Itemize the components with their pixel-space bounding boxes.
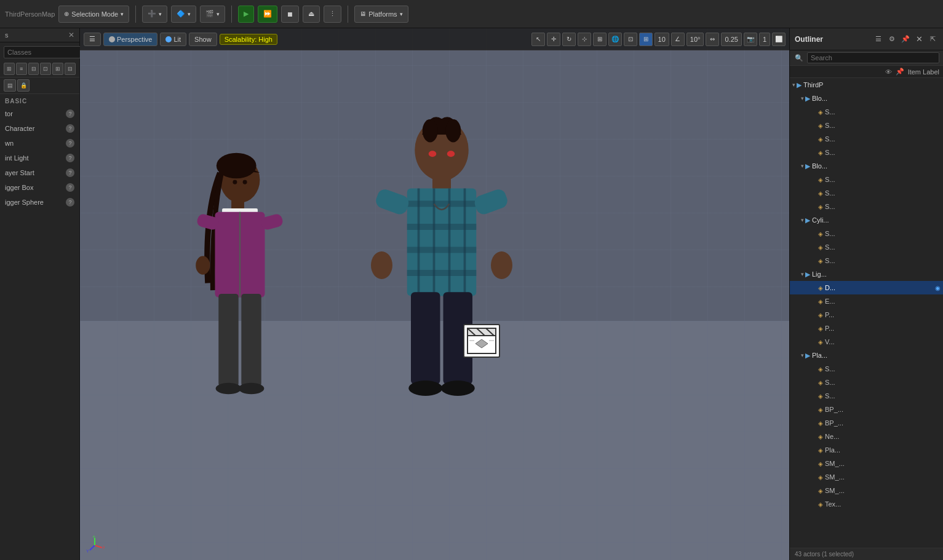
panel-close-btn[interactable]: ✕ [68,31,74,39]
tree-item[interactable]: ◈S... [790,186,943,200]
left-item-trigger-sphere[interactable]: igger Sphere ? [0,195,79,210]
left-item-player-start[interactable]: ayer Start ? [0,165,79,180]
tree-item[interactable]: ◈S... [790,254,943,267]
expand-icon-btn[interactable]: ⊞ [52,63,63,75]
world-tool-btn[interactable]: 🌐 [608,33,622,46]
outliner-lock-btn[interactable]: 📌 [900,34,911,45]
tree-item[interactable]: ◈Ne... [790,430,943,443]
collapse-icon-btn[interactable]: ⊟ [65,63,76,75]
move-tool-btn[interactable]: ✛ [547,33,560,46]
tree-item[interactable]: ◈S... [790,376,943,389]
visibility-col-icon[interactable]: 👁 [885,68,892,76]
camera-icon-btn[interactable]: 📷 [744,33,757,46]
surface-tool-btn[interactable]: ⊡ [624,33,637,46]
lock-icon-btn[interactable]: 🔒 [17,79,30,92]
tree-item[interactable]: ▾▶Blo... [790,159,943,173]
outliner-settings-btn[interactable]: ⚙ [886,34,897,45]
angle-value-btn[interactable]: 10° [686,33,704,46]
tree-item[interactable]: ◈S... [790,173,943,186]
trigger-sphere-info-btn[interactable]: ? [66,198,74,207]
tree-item[interactable]: ◈BP_... [790,416,943,430]
left-item-character[interactable]: Character ? [0,121,79,136]
tree-item[interactable]: ▾▶Pla... [790,349,943,362]
tree-item[interactable]: ▾▶Blo... [790,92,943,105]
tree-item-label: Blo... [812,162,941,170]
grid-icon-btn[interactable]: ⊟ [28,63,39,75]
tree-item[interactable]: ◈S... [790,132,943,146]
tree-item[interactable]: ◈S... [790,146,943,159]
tree-item[interactable]: ◈P... [790,308,943,321]
outliner-expand-btn[interactable]: ⇱ [927,34,938,45]
outliner-close-btn[interactable]: ✕ [913,34,925,45]
point-light-info-btn[interactable]: ? [66,154,74,162]
add-btn[interactable]: ➕▾ [142,6,167,23]
show-btn[interactable]: Show [189,33,217,46]
max-btn[interactable]: ⬜ [772,33,786,46]
tree-item[interactable]: ▾▶ThirdP [790,78,943,92]
play-btn[interactable]: ▶ [238,6,254,23]
eject-btn[interactable]: ⏏ [303,6,320,23]
pawn-info-btn[interactable]: ? [66,139,74,148]
tree-item[interactable]: ◈S... [790,200,943,213]
tree-item[interactable]: ▾▶Cyli... [790,213,943,227]
scale-tool-btn[interactable]: ⊹ [578,33,591,46]
grid-value-btn[interactable]: 10 [655,33,669,46]
grid-tool-btn[interactable]: ⊞ [639,33,653,46]
tree-item[interactable]: ◈S... [790,119,943,132]
tree-item[interactable]: ◈E... [790,294,943,308]
tree-expand-icon: ▾ [801,352,804,358]
detail-icon-btn[interactable]: ⊡ [40,63,51,75]
more-btn[interactable]: ⋮ [324,6,341,23]
scale-icon-btn[interactable]: ⇔ [706,33,719,46]
lit-btn[interactable]: Lit [160,33,186,46]
left-item-actor[interactable]: tor ? [0,106,79,121]
tree-item[interactable]: ◈SM_... [790,484,943,497]
select-tool-btn[interactable]: ↖ [531,33,545,46]
tree-item[interactable]: ◈SM_... [790,457,943,470]
player-start-info-btn[interactable]: ? [66,168,74,177]
left-item-point-light[interactable]: int Light ? [0,151,79,165]
pause-btn[interactable]: ⏩ [258,6,277,23]
mesh-icon: ◈ [818,433,823,440]
camera-value-btn[interactable]: 1 [759,33,770,46]
perspective-btn[interactable]: Perspective [103,33,157,46]
rotate-tool-btn[interactable]: ↻ [562,33,576,46]
left-item-pawn[interactable]: wn ? [0,136,79,151]
platforms-btn[interactable]: 🖥 Platforms ▾ [354,6,408,23]
selection-mode-btn[interactable]: ⊕ Selection Mode ▾ [58,6,129,23]
tree-item[interactable]: ◈S... [790,105,943,119]
tree-item[interactable]: ◈Tex... [790,497,943,511]
bp-btn[interactable]: 🔷▾ [171,6,196,23]
tree-item[interactable]: ◈S... [790,227,943,240]
stop-btn[interactable]: ⏹ [281,6,299,23]
transform-tool-btn[interactable]: ⊞ [593,33,607,46]
tree-item[interactable]: ◈BP_... [790,403,943,416]
tree-item[interactable]: ◈Pla... [790,443,943,457]
classes-search-input[interactable] [4,46,83,58]
character-info-btn[interactable]: ? [66,124,74,133]
tree-item[interactable]: ◈D...◉ [790,281,943,294]
view-icon-btn[interactable]: ▤ [4,79,16,92]
sequence-btn[interactable]: 🎬▾ [200,6,225,23]
tree-item[interactable]: ◈S... [790,240,943,254]
tree-item[interactable]: ▾▶Lig... [790,267,943,281]
lock-col-icon[interactable]: 📌 [896,68,904,76]
list-icon-btn[interactable]: ≡ [16,63,27,75]
trigger-box-info-btn[interactable]: ? [66,183,74,192]
outliner-search-input[interactable] [807,52,939,63]
tree-item[interactable]: ◈S... [790,362,943,376]
svg-line-46 [95,545,102,548]
angle-tool-btn[interactable]: ∠ [671,33,685,46]
filter-icon-btn[interactable]: ⊞ [4,63,15,75]
left-item-trigger-box[interactable]: igger Box ? [0,180,79,195]
tree-item[interactable]: ◈S... [790,389,943,403]
actor-info-btn[interactable]: ? [66,109,74,118]
scale-value-btn[interactable]: 0.25 [721,33,741,46]
tree-item[interactable]: ◈P... [790,321,943,335]
outliner-toolbar: 🔍 [790,50,943,66]
outliner-filter-btn[interactable]: ☰ [873,34,884,45]
viewport[interactable]: ☰ Perspective Lit Show Scalability: High… [80,28,789,560]
tree-item[interactable]: ◈V... [790,335,943,349]
hamburger-menu-btn[interactable]: ☰ [84,33,101,46]
tree-item[interactable]: ◈SM_... [790,470,943,484]
